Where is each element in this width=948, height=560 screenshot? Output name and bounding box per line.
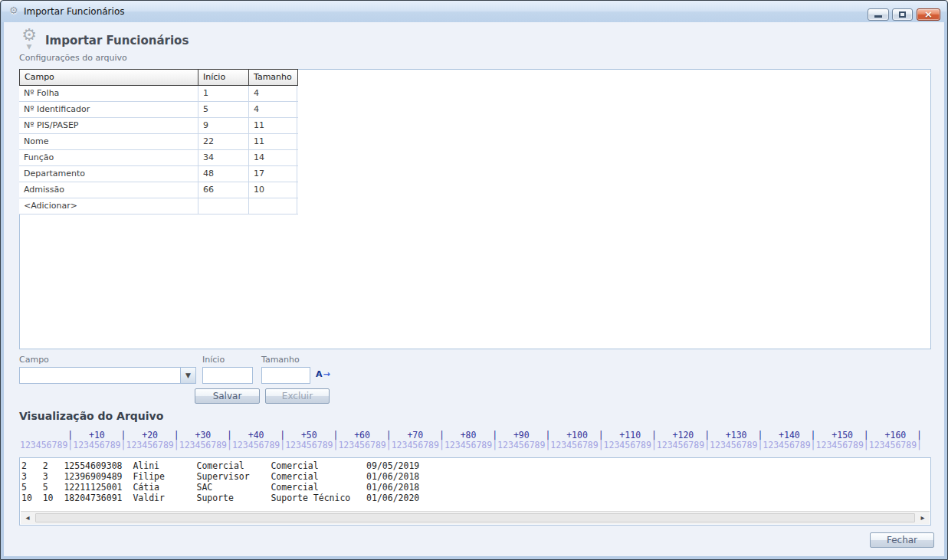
page-title: Importar Funcionários xyxy=(45,34,189,47)
campo-select-value xyxy=(20,368,180,383)
window: ⚙ Importar Funcionários × ⚙ ▼ Importar F… xyxy=(0,0,948,560)
config-section-label: Configurações do arquivo xyxy=(19,53,127,63)
cell-inicio: 34 xyxy=(198,150,249,165)
close-button[interactable]: × xyxy=(917,8,940,21)
cell-campo: Função xyxy=(19,150,198,165)
cell-inicio: 5 xyxy=(198,102,249,117)
scroll-left-icon[interactable]: ◂ xyxy=(21,512,34,524)
cell-campo: <Adicionar> xyxy=(19,198,198,214)
file-line: 10 10 18204736091 Valdir Suporte Suporte… xyxy=(21,493,930,503)
auto-size-icon[interactable]: A→ xyxy=(316,369,330,379)
salvar-button[interactable]: Salvar xyxy=(195,388,260,404)
table-row[interactable]: Admissão6610 xyxy=(19,182,298,198)
config-table-body: Nº Folha14Nº Identificador54Nº PIS/PASEP… xyxy=(19,86,298,215)
campo-dropdown-button[interactable]: ▼ xyxy=(180,368,195,383)
cell-tamanho: 11 xyxy=(249,118,297,133)
config-table-header: Campo Início Tamanho xyxy=(19,69,298,86)
chevron-down-icon: ▼ xyxy=(185,372,191,379)
column-header-inicio[interactable]: Início xyxy=(198,70,249,85)
cell-inicio: 66 xyxy=(198,182,249,198)
table-row[interactable]: Nº PIS/PASEP911 xyxy=(19,118,298,134)
campo-label: Campo xyxy=(19,355,49,365)
cell-campo: Nome xyxy=(19,134,198,149)
maximize-icon xyxy=(899,11,906,18)
cell-inicio xyxy=(198,198,249,214)
auto-size-letter: A xyxy=(316,369,323,379)
column-header-tamanho[interactable]: Tamanho xyxy=(249,70,297,85)
cell-inicio: 22 xyxy=(198,134,249,149)
title-bar[interactable]: ⚙ Importar Funcionários × xyxy=(2,1,946,22)
tamanho-label: Tamanho xyxy=(261,355,300,365)
cell-campo: Nº PIS/PASEP xyxy=(19,118,198,133)
minimize-icon xyxy=(874,15,882,18)
horizontal-scrollbar[interactable]: ◂ ▸ xyxy=(21,511,930,524)
maximize-button[interactable] xyxy=(892,8,913,21)
inicio-input[interactable] xyxy=(202,367,253,384)
cell-tamanho xyxy=(249,198,297,214)
fechar-button[interactable]: Fechar xyxy=(870,532,934,548)
cell-tamanho: 17 xyxy=(249,166,297,182)
down-arrow-icon: ▼ xyxy=(17,44,41,50)
table-row[interactable]: Nome2211 xyxy=(19,134,298,150)
app-gear-icon: ⚙ xyxy=(9,5,18,16)
cell-tamanho: 14 xyxy=(249,150,297,165)
campo-select[interactable]: ▼ xyxy=(19,367,196,384)
gear-icon: ⚙ xyxy=(17,27,41,44)
import-gear-icon: ⚙ ▼ xyxy=(17,27,41,50)
inicio-label: Início xyxy=(202,355,225,365)
config-table: Campo Início Tamanho Nº Folha14Nº Identi… xyxy=(19,69,298,215)
tamanho-input[interactable] xyxy=(261,367,310,384)
minimize-button[interactable] xyxy=(868,8,889,21)
cell-inicio: 9 xyxy=(198,118,249,133)
cell-inicio: 48 xyxy=(198,166,249,182)
excluir-button[interactable]: Excluir xyxy=(265,388,330,404)
file-line: 5 5 12211125001 Cátia SAC Comercial 01/0… xyxy=(21,482,930,493)
cell-tamanho: 4 xyxy=(249,102,297,117)
cell-campo: Nº Folha xyxy=(19,86,198,101)
preview-section-title: Visualização do Arquivo xyxy=(19,410,163,422)
cell-tamanho: 11 xyxy=(249,134,297,149)
cell-inicio: 1 xyxy=(198,86,249,101)
cell-campo: Nº Identificador xyxy=(19,102,198,117)
cell-tamanho: 4 xyxy=(249,86,297,101)
window-title: Importar Funcionários xyxy=(24,6,124,17)
table-row[interactable]: Nº Identificador54 xyxy=(19,102,298,118)
content-area: ⚙ ▼ Importar Funcionários Configurações … xyxy=(4,22,944,556)
cell-campo: Departamento xyxy=(19,166,198,182)
file-preview-lines: 2 2 12554609308 Alini Comercial Comercia… xyxy=(21,460,930,503)
arrow-right-icon: → xyxy=(323,369,330,379)
ruler-digit-scale: 123456789|123456789|123456789|123456789|… xyxy=(20,440,930,450)
cell-tamanho: 10 xyxy=(249,182,297,198)
scroll-right-icon[interactable]: ▸ xyxy=(916,512,930,524)
close-icon: × xyxy=(917,9,940,20)
scrollbar-thumb[interactable] xyxy=(35,513,915,522)
config-panel: Campo Início Tamanho Nº Folha14Nº Identi… xyxy=(19,69,931,349)
table-row[interactable]: Função3414 xyxy=(19,150,298,166)
file-line: 3 3 12396909489 Filipe Supervisor Comerc… xyxy=(21,471,930,482)
column-header-campo[interactable]: Campo xyxy=(20,70,198,85)
table-row[interactable]: <Adicionar> xyxy=(19,198,298,215)
file-line: 2 2 12554609308 Alini Comercial Comercia… xyxy=(21,460,930,471)
cell-campo: Admissão xyxy=(19,182,198,198)
table-row[interactable]: Departamento4817 xyxy=(19,166,298,182)
table-row[interactable]: Nº Folha14 xyxy=(19,86,298,102)
ruler-position-labels: | +10 | +20 | +30 | +40 | +50 | +60 | +7… xyxy=(20,431,930,440)
file-preview-panel: 2 2 12554609308 Alini Comercial Comercia… xyxy=(19,457,931,526)
